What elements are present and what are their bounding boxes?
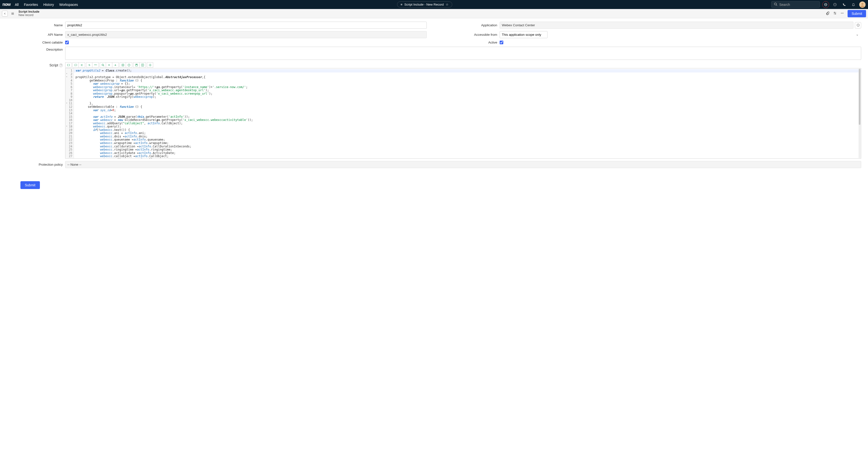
top-right: Search ? <box>771 1 866 8</box>
tb-searchdown-icon[interactable] <box>106 62 112 68</box>
svg-rect-34 <box>143 64 144 66</box>
protection-policy-label: Protection policy <box>7 163 65 167</box>
nav-item-workspaces[interactable]: Workspaces <box>59 3 78 6</box>
script-editor-wrap: ? 12345678910111213141516171819202122232… <box>65 62 861 158</box>
sub-right-icons <box>826 11 844 16</box>
tb-help-icon[interactable]: ? <box>126 62 132 68</box>
svg-point-35 <box>149 64 151 66</box>
record-title: Script Include - New Record <box>404 3 444 6</box>
script-label: Script <box>49 63 58 67</box>
user-avatar[interactable] <box>859 1 866 8</box>
tb-replaceall-icon[interactable] <box>92 62 99 68</box>
nav-item-favorites[interactable]: Favorites <box>24 3 38 6</box>
top-center: ≡ Script Include - New Record ☆ <box>78 1 771 7</box>
editor-scrollbar[interactable] <box>859 68 861 158</box>
tb-syntaxcoloring-icon[interactable] <box>65 62 71 68</box>
svg-text:?: ? <box>834 3 836 6</box>
svg-rect-33 <box>142 64 143 66</box>
global-search[interactable]: Search <box>771 1 820 8</box>
accessible-from-label: Accessible from <box>441 33 500 36</box>
tb-comment-icon[interactable] <box>72 62 79 68</box>
context-menu-button[interactable] <box>10 11 16 17</box>
active-checkbox[interactable] <box>500 41 503 44</box>
protection-policy-input <box>65 161 861 168</box>
svg-point-17 <box>842 13 843 13</box>
form-area: Name API Name Client callable Applicatio… <box>0 18 868 174</box>
editor-code[interactable]: var propUtils2 = Class.create(); propUti… <box>74 68 861 158</box>
svg-line-27 <box>103 65 104 66</box>
application-info-button[interactable] <box>855 22 861 28</box>
client-callable-checkbox[interactable] <box>65 41 69 44</box>
nav-item-history[interactable]: History <box>43 3 54 6</box>
script-help-icon[interactable]: ? <box>59 63 63 67</box>
help-icon[interactable]: ? <box>832 1 838 8</box>
tb-debugger-icon[interactable] <box>147 62 153 68</box>
search-icon <box>774 2 777 6</box>
search-placeholder: Search <box>779 3 790 6</box>
top-bar: now All Favorites History Workspaces ≡ S… <box>0 0 868 9</box>
svg-point-15 <box>835 13 836 14</box>
record-status-label: New record <box>19 13 39 17</box>
client-callable-label: Client callable <box>7 41 65 44</box>
logo: now <box>2 2 10 7</box>
name-label: Name <box>7 23 65 27</box>
script-editor[interactable]: 1234567891011121314151617181920212223242… <box>65 68 861 158</box>
submit-button-bottom[interactable]: Submit <box>21 181 40 189</box>
active-label: Active <box>441 41 500 44</box>
form-column-left: Name API Name Client callable <box>7 22 427 47</box>
script-toolbar: ? <box>65 62 861 68</box>
svg-point-26 <box>102 64 103 66</box>
api-name-input <box>65 31 427 38</box>
more-icon[interactable] <box>840 11 844 16</box>
editor-gutter: 1234567891011121314151617181920212223242… <box>65 68 74 158</box>
tb-save-icon[interactable] <box>133 62 140 68</box>
svg-rect-22 <box>74 64 76 66</box>
application-label: Application <box>441 23 500 27</box>
settings-icon[interactable] <box>833 11 837 16</box>
svg-point-8 <box>862 3 863 5</box>
svg-point-14 <box>834 12 835 13</box>
top-nav: All Favorites History Workspaces <box>15 3 78 6</box>
bottom-area: Submit <box>0 174 868 194</box>
submit-button-top[interactable]: Submit <box>847 10 866 17</box>
api-name-label: API Name <box>7 33 65 36</box>
record-type-label: Script Include <box>19 10 39 13</box>
phone-icon[interactable] <box>841 1 847 8</box>
svg-line-1 <box>776 5 777 6</box>
name-input[interactable] <box>65 22 427 29</box>
tb-replace-icon[interactable] <box>86 62 92 68</box>
svg-rect-32 <box>136 64 137 65</box>
accessible-from-select[interactable]: This application scope only <box>500 31 548 38</box>
star-icon[interactable]: ☆ <box>446 3 448 6</box>
form-column-right: Application Accessible from This applica… <box>441 22 861 47</box>
tb-fullscreen-icon[interactable] <box>120 62 126 68</box>
record-title-pill[interactable]: ≡ Script Include - New Record ☆ <box>397 1 452 7</box>
svg-point-18 <box>843 13 844 13</box>
tb-searchup-icon[interactable] <box>112 62 119 68</box>
globe-icon[interactable] <box>822 1 829 8</box>
bell-icon[interactable] <box>850 1 857 8</box>
application-input <box>500 22 854 29</box>
tb-format-icon[interactable] <box>79 62 85 68</box>
svg-point-0 <box>774 3 777 5</box>
back-button[interactable] <box>2 11 8 17</box>
description-textarea[interactable] <box>65 47 861 60</box>
tb-diff-icon[interactable] <box>140 62 146 68</box>
sub-title-block: Script Include New record <box>19 10 39 17</box>
nav-item-all[interactable]: All <box>15 3 19 6</box>
tb-search-icon[interactable] <box>100 62 106 68</box>
list-icon: ≡ <box>401 3 403 6</box>
svg-text:?: ? <box>128 64 129 66</box>
sub-header: Script Include New record Submit <box>0 9 868 18</box>
attachment-icon[interactable] <box>826 11 830 16</box>
svg-point-16 <box>841 13 842 13</box>
description-label: Description <box>7 47 65 51</box>
